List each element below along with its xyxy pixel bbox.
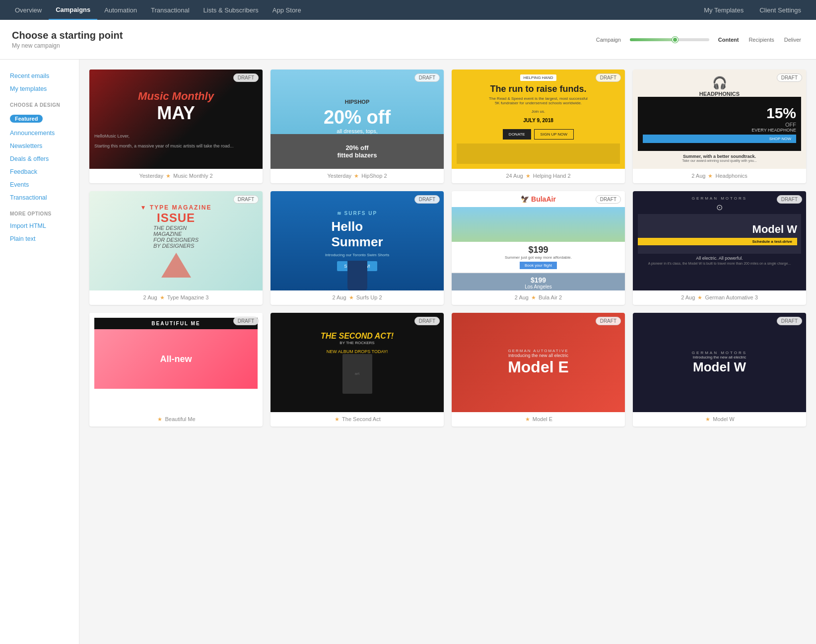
top-navigation: Overview Campaigns Automation Transactio… bbox=[0, 0, 816, 20]
sidebar-featured[interactable]: Featured bbox=[0, 111, 79, 127]
template-card-second-act[interactable]: DRAFT THE SECOND ACT! BY THE ROCKERS NEW… bbox=[271, 313, 444, 427]
draft-badge: DRAFT bbox=[414, 73, 440, 82]
star-icon: ★ bbox=[335, 416, 340, 422]
sidebar-item-announcements[interactable]: Announcements bbox=[0, 127, 79, 140]
template-preview-model-e: DRAFT GERMAN AUTOMATIVE Introducing the … bbox=[452, 313, 625, 412]
draft-badge: DRAFT bbox=[596, 195, 621, 204]
star-icon: ★ bbox=[705, 416, 710, 422]
template-card-hipshop[interactable]: DRAFT HIPSHOP 20% off all dresses, tops,… bbox=[271, 70, 444, 183]
template-date: 2 Aug bbox=[332, 294, 346, 300]
template-card-beautiful-me[interactable]: DRAFT BEAUTIFUL ME All-new ★ Beautiful M… bbox=[89, 313, 263, 427]
sidebar-item-transactional[interactable]: Transactional bbox=[0, 191, 79, 204]
nav-transactional[interactable]: Transactional bbox=[144, 0, 197, 20]
star-icon: ★ bbox=[166, 173, 171, 179]
template-preview-headphones: DRAFT 🎧 HEADPHONICS 15% OFF EVERY HEADPH… bbox=[633, 70, 806, 169]
template-name: Helping Hand 2 bbox=[533, 173, 571, 179]
progress-step-recipients: Recipients bbox=[748, 37, 774, 43]
draft-badge: DRAFT bbox=[233, 195, 259, 204]
preview-visual: THE SECOND ACT! BY THE ROCKERS NEW ALBUM… bbox=[271, 313, 444, 412]
preview-visual: 🎧 HEADPHONICS 15% OFF EVERY HEADPHONE SH… bbox=[633, 70, 806, 169]
template-card-music-monthly[interactable]: DRAFT Music Monthly MAY HelloMusic Lover… bbox=[89, 70, 263, 183]
template-info: Yesterday ★ HipShop 2 bbox=[271, 169, 444, 183]
template-card-german-automative[interactable]: DRAFT GERMAN MOTORS ⊙ Model W Schedule a… bbox=[633, 191, 806, 305]
draft-badge: DRAFT bbox=[233, 73, 259, 82]
progress-step-deliver: Deliver bbox=[784, 37, 801, 43]
template-name: Beautiful Me bbox=[165, 416, 195, 422]
preview-visual: GERMAN MOTORS Introducing the new all el… bbox=[633, 313, 806, 412]
template-date: 2 Aug bbox=[143, 294, 157, 300]
preview-visual: 🦅 BulaAir $199 Summer just got way more … bbox=[452, 191, 625, 290]
content-area: DRAFT Music Monthly MAY HelloMusic Lover… bbox=[79, 60, 816, 644]
template-info: ★ Beautiful Me bbox=[89, 412, 263, 427]
template-name: Model E bbox=[533, 416, 552, 422]
template-card-type-magazine[interactable]: DRAFT ▼ TYPE MAGAZINE ISSUE THE DESIGNMA… bbox=[89, 191, 263, 305]
sidebar-item-my-templates[interactable]: My templates bbox=[0, 82, 79, 95]
template-date: 2 Aug bbox=[515, 294, 529, 300]
star-icon: ★ bbox=[697, 294, 702, 300]
sidebar-item-recent-emails[interactable]: Recent emails bbox=[0, 70, 79, 82]
nav-app-store[interactable]: App Store bbox=[266, 0, 308, 20]
template-date: 24 Aug bbox=[506, 173, 523, 179]
sidebar-section-more-options: MORE OPTIONS bbox=[0, 204, 79, 219]
template-card-model-w[interactable]: DRAFT GERMAN MOTORS Introducing the new … bbox=[633, 313, 806, 427]
template-info: Yesterday ★ Music Monthly 2 bbox=[89, 169, 263, 183]
template-preview-type: DRAFT ▼ TYPE MAGAZINE ISSUE THE DESIGNMA… bbox=[89, 191, 263, 290]
template-card-model-e[interactable]: DRAFT GERMAN AUTOMATIVE Introducing the … bbox=[452, 313, 625, 427]
progress-dot bbox=[672, 37, 678, 43]
template-preview-helping: DRAFT HELPING HAND The run to raise fund… bbox=[452, 70, 625, 169]
sidebar-item-deals-offers[interactable]: Deals & offers bbox=[0, 152, 79, 165]
header-text: Choose a starting point My new campaign bbox=[12, 30, 123, 49]
sidebar-item-plain-text[interactable]: Plain text bbox=[0, 232, 79, 245]
nav-lists-subscribers[interactable]: Lists & Subscribers bbox=[197, 0, 266, 20]
campaign-name: My new campaign bbox=[12, 42, 123, 49]
schedule-test-drive-button[interactable]: Schedule a test-drive bbox=[638, 238, 797, 245]
sidebar-item-newsletters[interactable]: Newsletters bbox=[0, 140, 79, 152]
nav-automation[interactable]: Automation bbox=[97, 0, 144, 20]
star-icon: ★ bbox=[708, 173, 713, 179]
template-card-headphonics[interactable]: DRAFT 🎧 HEADPHONICS 15% OFF EVERY HEADPH… bbox=[633, 70, 806, 183]
draft-badge: DRAFT bbox=[414, 195, 440, 204]
main-layout: Recent emails My templates CHOOSE A DESI… bbox=[0, 60, 816, 644]
template-card-surfs-up[interactable]: DRAFT ≋ SURFS UP HelloSummer Introducing… bbox=[271, 191, 444, 305]
template-preview-model-w: DRAFT GERMAN MOTORS Introducing the new … bbox=[633, 313, 806, 412]
template-grid-row2: DRAFT ▼ TYPE MAGAZINE ISSUE THE DESIGNMA… bbox=[89, 191, 806, 305]
nav-campaigns[interactable]: Campaigns bbox=[49, 0, 97, 20]
draft-badge: DRAFT bbox=[777, 73, 802, 82]
sign-up-button[interactable]: SIGN UP NOW bbox=[534, 129, 574, 140]
template-date: Yesterday bbox=[327, 173, 351, 179]
album-art: art bbox=[342, 354, 372, 394]
donate-button[interactable]: DONATE bbox=[503, 129, 531, 140]
sidebar-item-import-html[interactable]: Import HTML bbox=[0, 219, 79, 232]
star-icon: ★ bbox=[531, 294, 536, 300]
progress-step-campaign: Campaign bbox=[596, 37, 621, 43]
featured-badge[interactable]: Featured bbox=[10, 115, 43, 123]
template-preview-music: DRAFT Music Monthly MAY HelloMusic Lover… bbox=[89, 70, 263, 169]
shop-now-button[interactable]: SHOP NOW bbox=[643, 135, 796, 143]
preview-visual: ▼ TYPE MAGAZINE ISSUE THE DESIGNMAGAZINE… bbox=[89, 191, 263, 290]
page-title: Choose a starting point bbox=[12, 30, 123, 41]
star-icon: ★ bbox=[354, 173, 359, 179]
template-name: German Automative 3 bbox=[705, 294, 757, 300]
draft-badge: DRAFT bbox=[596, 317, 621, 325]
nav-my-templates[interactable]: My Templates bbox=[697, 0, 750, 20]
template-info: ★ Model E bbox=[452, 412, 625, 427]
preview-visual: GERMAN MOTORS ⊙ Model W Schedule a test-… bbox=[633, 191, 806, 290]
template-card-helping-hand[interactable]: DRAFT HELPING HAND The run to raise fund… bbox=[452, 70, 625, 183]
template-name: Bula Air 2 bbox=[539, 294, 562, 300]
draft-badge: DRAFT bbox=[414, 317, 440, 325]
nav-overview[interactable]: Overview bbox=[8, 0, 49, 20]
book-flight-button[interactable]: Book your flight bbox=[520, 262, 557, 269]
template-grid-row1: DRAFT Music Monthly MAY HelloMusic Lover… bbox=[89, 70, 806, 183]
template-info: ★ The Second Act bbox=[271, 412, 444, 427]
sidebar-item-feedback[interactable]: Feedback bbox=[0, 165, 79, 178]
template-card-bula-air[interactable]: DRAFT 🦅 BulaAir $199 Summer just got way… bbox=[452, 191, 625, 305]
sidebar-section-choose-design: CHOOSE A DESIGN bbox=[0, 95, 79, 111]
nav-client-settings[interactable]: Client Settings bbox=[752, 0, 808, 20]
draft-badge: DRAFT bbox=[596, 73, 621, 82]
template-date: 2 Aug bbox=[691, 173, 705, 179]
template-preview-surfs: DRAFT ≋ SURFS UP HelloSummer Introducing… bbox=[271, 191, 444, 290]
preview-visual: BEAUTIFUL ME All-new bbox=[89, 313, 263, 412]
sidebar-item-events[interactable]: Events bbox=[0, 178, 79, 191]
sidebar: Recent emails My templates CHOOSE A DESI… bbox=[0, 60, 79, 644]
template-info: 2 Aug ★ Surfs Up 2 bbox=[271, 290, 444, 305]
